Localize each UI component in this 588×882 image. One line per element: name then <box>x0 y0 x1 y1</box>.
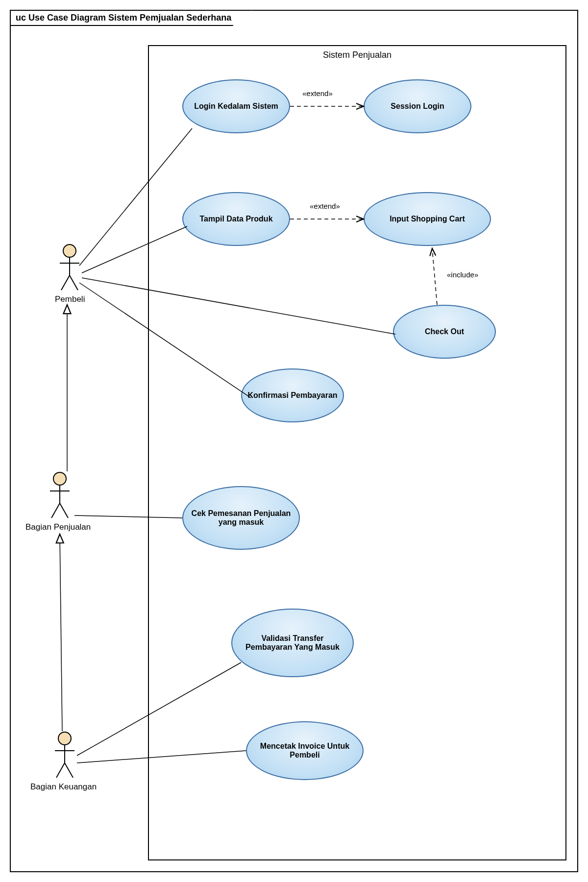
actor-pembeli: Pembeli <box>55 244 84 304</box>
usecase-session: Session Login <box>364 79 471 133</box>
diagram-title: uc Use Case Diagram Sistem Pemjualan Sed… <box>10 10 252 26</box>
relation-extend-2: «extend» <box>310 202 340 210</box>
relation-extend-1: «extend» <box>302 89 333 98</box>
actor-bagian-keuangan: Bagian Keuangan <box>50 731 79 792</box>
system-name: Sistem Penjualan <box>149 50 565 60</box>
usecase-label: Session Login <box>391 102 444 111</box>
svg-point-5 <box>53 472 66 485</box>
actor-label-pembeli: Pembeli <box>55 294 84 304</box>
usecase-validasi: Validasi Transfer Pembayaran Yang Masuk <box>231 609 354 677</box>
svg-point-0 <box>63 245 76 257</box>
svg-line-8 <box>51 503 60 518</box>
relation-include-1: «include» <box>447 270 478 279</box>
usecase-invoice: Mencetak Invoice Untuk Pembeli <box>246 721 364 780</box>
svg-line-13 <box>56 763 65 778</box>
svg-line-23 <box>60 534 62 731</box>
diagram-frame: uc Use Case Diagram Sistem Pemjualan Sed… <box>10 10 578 872</box>
svg-point-10 <box>58 732 71 745</box>
usecase-konfirmasi: Konfirmasi Pembayaran <box>241 368 344 422</box>
usecase-label: Tampil Data Produk <box>199 215 272 223</box>
svg-line-9 <box>60 503 68 518</box>
usecase-login: Login Kedalam Sistem <box>182 79 290 133</box>
svg-line-14 <box>65 763 73 778</box>
svg-line-4 <box>70 275 78 290</box>
usecase-label: Cek Pemesanan Penjualan yang masuk <box>188 509 294 527</box>
usecase-cart: Input Shopping Cart <box>364 192 491 246</box>
actor-label-keuangan: Bagian Keuangan <box>30 782 79 792</box>
actor-icon <box>48 471 72 520</box>
svg-line-3 <box>61 275 70 290</box>
actor-label-penjualan: Bagian Penjualan <box>25 522 74 532</box>
usecase-label: Input Shopping Cart <box>390 215 465 223</box>
actor-icon <box>57 244 82 293</box>
usecase-label: Login Kedalam Sistem <box>194 102 278 111</box>
usecase-cek: Cek Pemesanan Penjualan yang masuk <box>182 486 300 550</box>
usecase-checkout: Check Out <box>393 305 496 359</box>
usecase-label: Mencetak Invoice Untuk Pembeli <box>252 742 358 760</box>
actor-bagian-penjualan: Bagian Penjualan <box>45 471 74 532</box>
actor-icon <box>52 731 77 780</box>
usecase-label: Check Out <box>425 327 464 336</box>
usecase-label: Konfirmasi Pembayaran <box>247 391 337 400</box>
usecase-label: Validasi Transfer Pembayaran Yang Masuk <box>237 634 348 652</box>
usecase-tampil: Tampil Data Produk <box>182 192 290 246</box>
